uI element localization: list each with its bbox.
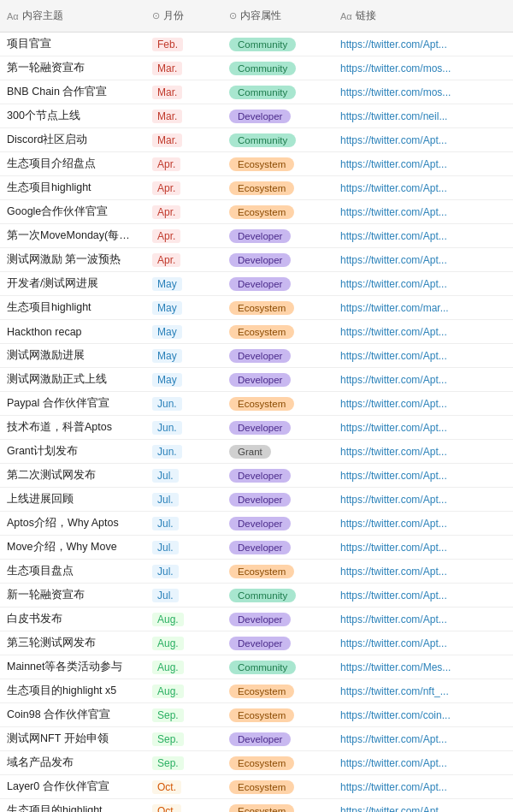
cell-title: Layer0 合作伙伴官宣: [0, 776, 145, 797]
cell-link[interactable]: https://twitter.com/Apt...: [333, 394, 513, 413]
cell-link[interactable]: https://twitter.com/Apt...: [333, 490, 513, 509]
cell-title: Grant计划发布: [0, 441, 145, 462]
cell-tag: Developer: [222, 370, 333, 390]
cell-link[interactable]: https://twitter.com/Apt...: [333, 203, 513, 222]
month-badge: Aug.: [152, 613, 184, 626]
cell-link[interactable]: https://twitter.com/Apt...: [333, 778, 513, 797]
cell-link[interactable]: https://twitter.com/Apt...: [333, 323, 513, 341]
cell-month: May: [145, 370, 222, 390]
cell-link[interactable]: https://twitter.com/Apt...: [333, 227, 513, 246]
cell-month: Aug.: [145, 657, 222, 678]
tag-badge: Developer: [229, 373, 291, 387]
tag-badge: Community: [229, 38, 296, 51]
cell-month: May: [145, 346, 222, 366]
cell-month: Feb.: [145, 34, 222, 55]
cell-link[interactable]: https://twitter.com/Apt...: [333, 466, 513, 485]
table-row: Google合作伙伴官宣 Apr. Ecosystem https://twit…: [0, 200, 513, 224]
cell-link[interactable]: https://twitter.com/Apt...: [333, 538, 513, 557]
cell-title: 开发者/测试网进展: [0, 273, 145, 294]
month-badge: Apr.: [152, 253, 180, 267]
tag-badge: Ecosystem: [229, 685, 294, 698]
month-badge: Mar.: [152, 62, 182, 75]
month-badge: Jul.: [152, 493, 179, 507]
cell-link[interactable]: https://twitter.com/mar...: [333, 299, 513, 317]
cell-title: 第二次测试网发布: [0, 465, 145, 486]
cell-tag: Developer: [222, 489, 333, 510]
tag-badge: Developer: [229, 517, 291, 530]
cell-tag: Developer: [222, 274, 333, 294]
cell-link[interactable]: https://twitter.com/Apt...: [333, 634, 513, 653]
tag-badge: Developer: [229, 110, 291, 123]
table-row: 开发者/测试网进展 May Developer https://twitter.…: [0, 272, 513, 296]
cell-month: Oct.: [145, 777, 222, 797]
cell-link[interactable]: https://twitter.com/nft_...: [333, 682, 513, 701]
table-row: 第一轮融资宣布 Mar. Community https://twitter.c…: [0, 56, 513, 80]
cell-link[interactable]: https://twitter.com/Apt...: [333, 275, 513, 293]
cell-month: Sep.: [145, 729, 222, 750]
table-row: 测试网NFT 开始申领 Sep. Developer https://twitt…: [0, 727, 513, 751]
cell-month: Jul.: [145, 561, 222, 582]
cell-link[interactable]: https://twitter.com/Apt...: [333, 35, 513, 54]
cell-link[interactable]: https://twitter.com/Apt...: [333, 562, 513, 581]
cell-link[interactable]: https://twitter.com/mos...: [333, 59, 513, 78]
cell-title: Hackthon recap: [0, 323, 145, 341]
cell-title: Google合作伙伴官宣: [0, 201, 145, 222]
tag-badge: Developer: [229, 469, 291, 483]
table-row: 第二次测试网发布 Jul. Developer https://twitter.…: [0, 464, 513, 488]
cell-link[interactable]: https://twitter.com/Apt...: [333, 179, 513, 198]
cell-link[interactable]: https://twitter.com/Apt...: [333, 442, 513, 461]
cell-month: Aug.: [145, 681, 222, 702]
cell-link[interactable]: https://twitter.com/Apt...: [333, 610, 513, 629]
tag-badge: Ecosystem: [229, 181, 294, 195]
table-row: Hackthon recap May Ecosystem https://twi…: [0, 320, 513, 344]
table-row: 测试网激励 第一波预热 Apr. Developer https://twitt…: [0, 248, 513, 272]
cell-link[interactable]: https://twitter.com/neil...: [333, 107, 513, 126]
cell-month: Jun.: [145, 418, 222, 438]
tag-badge: Ecosystem: [229, 756, 294, 770]
month-badge: Aug.: [152, 685, 184, 698]
cell-tag: Developer: [222, 106, 333, 127]
cell-month: Jul.: [145, 465, 222, 486]
cell-title: 生态项目highlight: [0, 177, 145, 199]
tag-badge: Community: [229, 661, 296, 674]
table-row: Paypal 合作伙伴官宣 Jun. Ecosystem https://twi…: [0, 392, 513, 416]
cell-link[interactable]: https://twitter.com/Apt...: [333, 418, 513, 437]
cell-link[interactable]: https://twitter.com/Apt...: [333, 586, 513, 605]
cell-tag: Ecosystem: [222, 705, 333, 726]
month-badge: Sep.: [152, 756, 184, 770]
cell-link[interactable]: https://twitter.com/Apt...: [333, 802, 513, 813]
cell-link[interactable]: https://twitter.com/Apt...: [333, 370, 513, 389]
cell-link[interactable]: https://twitter.com/Apt...: [333, 131, 513, 150]
tag-badge: Developer: [229, 349, 291, 363]
cell-title: Mainnet等各类活动参与: [0, 656, 145, 678]
cell-tag: Ecosystem: [222, 561, 333, 582]
cell-month: Apr.: [145, 178, 222, 199]
cell-tag: Community: [222, 82, 333, 103]
cell-link[interactable]: https://twitter.com/Apt...: [333, 514, 513, 533]
tag-badge: Ecosystem: [229, 804, 294, 813]
cell-tag: Developer: [222, 418, 333, 438]
cell-link[interactable]: https://twitter.com/mos...: [333, 83, 513, 102]
cell-month: Aug.: [145, 609, 222, 630]
cell-tag: Developer: [222, 250, 333, 270]
cell-title: 生态项目highlight: [0, 297, 145, 318]
cell-link[interactable]: https://twitter.com/Apt...: [333, 155, 513, 174]
cell-link[interactable]: https://twitter.com/Apt...: [333, 730, 513, 749]
table-row: 300个节点上线 Mar. Developer https://twitter.…: [0, 104, 513, 128]
cell-link[interactable]: https://twitter.com/Apt...: [333, 754, 513, 773]
tag-badge: Developer: [229, 253, 291, 267]
cell-link[interactable]: https://twitter.com/Apt...: [333, 251, 513, 270]
month-badge: Sep.: [152, 732, 184, 746]
cell-link[interactable]: https://twitter.com/Apt...: [333, 347, 513, 365]
tag-badge: Community: [229, 133, 296, 147]
cell-month: May: [145, 274, 222, 294]
month-badge: May: [152, 373, 182, 387]
month-badge: Apr.: [152, 157, 180, 171]
cell-link[interactable]: https://twitter.com/coin...: [333, 706, 513, 725]
table-row: 新一轮融资宣布 Jul. Community https://twitter.c…: [0, 584, 513, 608]
cell-title: 生态项目的highlight: [0, 800, 145, 812]
table-row: 第一次MoveMonday(每周一次) Apr. Developer https…: [0, 224, 513, 248]
cell-link[interactable]: https://twitter.com/Mes...: [333, 658, 513, 677]
table-row: 测试网激励正式上线 May Developer https://twitter.…: [0, 368, 513, 392]
month-badge: Jul.: [152, 517, 179, 530]
